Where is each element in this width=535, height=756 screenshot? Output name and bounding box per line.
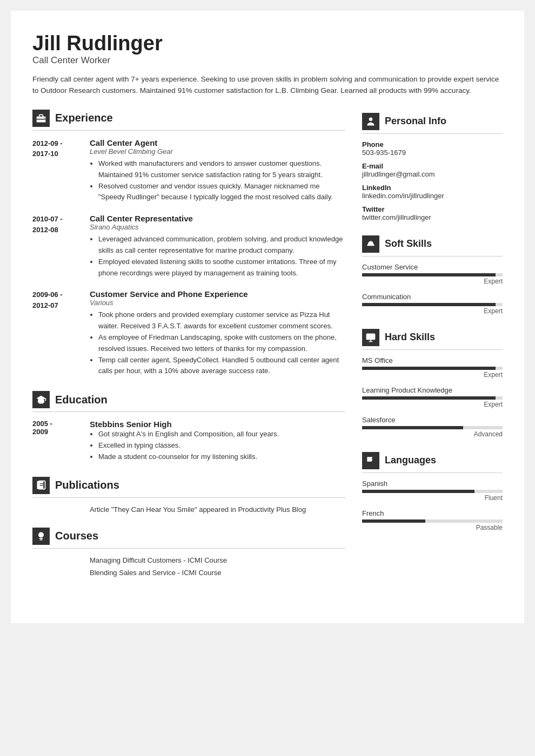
exp-job-title: Customer Service and Phone Experience xyxy=(90,289,346,299)
hard-skills-section: Hard Skills MS Office Expert Learning Pr… xyxy=(362,329,503,438)
book-icon xyxy=(36,480,46,491)
exp-dates: 2010-07 -2012-08 xyxy=(32,214,81,279)
list-item: Took phone orders and provided exemplary… xyxy=(98,309,346,332)
experience-title: Experience xyxy=(55,112,113,124)
skill-name: Spanish xyxy=(362,480,503,488)
soft-skills-list: Customer Service Expert Communication Ex… xyxy=(362,263,503,315)
skill-name: Learning Product Knowledge xyxy=(362,386,503,394)
flag-icon xyxy=(365,455,376,466)
linkedin-value: linkedin.com/in/jillrudlinger xyxy=(362,192,503,200)
right-column: Personal Info Phone 503-935-1679 E-mail … xyxy=(362,110,503,591)
email-block: E-mail jillrudlinger@gmail.com xyxy=(362,162,503,178)
languages-section: Languages Spanish Fluent French Passable xyxy=(362,452,503,531)
skill-level: Expert xyxy=(362,401,503,408)
exp-content: Customer Service and Phone Experience Va… xyxy=(90,289,346,377)
soft-skills-icon xyxy=(362,235,379,253)
exp-bullets: Took phone orders and provided exemplary… xyxy=(90,309,346,377)
publications-header: Publications xyxy=(32,477,346,498)
exp-dates: 2009-06 -2012-07 xyxy=(32,289,81,377)
education-section: Education 2005 -2009 Stebbins Senior Hig… xyxy=(32,391,346,462)
courses-list: Managing Difficult Customers - ICMI Cour… xyxy=(32,556,346,577)
skill-bar-bg xyxy=(362,396,503,400)
email-value: jillrudlinger@gmail.com xyxy=(362,170,503,178)
courses-title: Courses xyxy=(55,530,98,542)
phone-block: Phone 503-935-1679 xyxy=(362,140,503,157)
svg-point-9 xyxy=(370,241,372,244)
list-item: Worked with manufacturers and vendors to… xyxy=(98,158,346,181)
skill-name: French xyxy=(362,509,503,517)
exp-company: Level Bevel Climbing Gear xyxy=(90,147,346,156)
publication-entry: Article "They Can Hear You Smile" appear… xyxy=(32,505,346,514)
course-spacer xyxy=(32,569,81,577)
exp-content: Call Center Agent Level Bevel Climbing G… xyxy=(90,138,346,203)
left-column: Experience 2012-09 -2017-10 Call Center … xyxy=(32,110,346,591)
soft-skills-header: Soft Skills xyxy=(362,235,503,256)
skill-level: Passable xyxy=(362,524,503,531)
course-text: Managing Difficult Customers - ICMI Cour… xyxy=(90,556,227,564)
exp-job-title: Call Center Agent xyxy=(90,138,346,147)
exp-company: Sirano Aquatics xyxy=(90,223,346,231)
skill-item: Communication Expert xyxy=(362,293,503,315)
header-summary: Friendly call center agent with 7+ years… xyxy=(32,73,503,97)
soft-skills-section: Soft Skills Customer Service Expert Comm… xyxy=(362,235,503,315)
hands-icon xyxy=(365,239,376,249)
experience-list: 2012-09 -2017-10 Call Center Agent Level… xyxy=(32,138,346,377)
experience-header: Experience xyxy=(32,110,346,131)
personal-title: Personal Info xyxy=(385,116,446,127)
courses-section: Courses Managing Difficult Customers - I… xyxy=(32,528,346,577)
languages-header: Languages xyxy=(362,452,503,473)
skill-bar-fill xyxy=(362,367,496,370)
hard-skills-icon xyxy=(362,329,379,346)
skill-bar-fill xyxy=(362,519,425,523)
experience-icon xyxy=(32,110,50,127)
pub-text: Article "They Can Hear You Smile" appear… xyxy=(90,505,306,514)
email-label: E-mail xyxy=(362,162,503,170)
skill-item: Salesforce Advanced xyxy=(362,416,503,438)
skill-item: MS Office Expert xyxy=(362,356,503,379)
skill-bar-fill xyxy=(362,396,496,400)
course-spacer xyxy=(32,556,81,564)
list-item: Made a student co-counselor for my liste… xyxy=(98,451,346,463)
svg-point-7 xyxy=(38,532,44,537)
skill-name: Communication xyxy=(362,293,503,301)
experience-entry: 2010-07 -2012-08 Call Center Representat… xyxy=(32,214,346,279)
publications-title: Publications xyxy=(55,479,119,491)
twitter-label: Twitter xyxy=(362,205,503,213)
briefcase-icon xyxy=(36,113,46,124)
phone-label: Phone xyxy=(362,140,503,148)
list-item: As employee of Friedman Landscaping, spo… xyxy=(98,332,346,355)
list-item: Resolved customer and vendor issues quic… xyxy=(98,181,346,204)
course-entry: Managing Difficult Customers - ICMI Cour… xyxy=(32,556,346,564)
skill-bar-fill xyxy=(362,490,474,493)
skill-level: Expert xyxy=(362,278,503,285)
exp-bullets: Leveraged advanced communication, proble… xyxy=(90,234,346,279)
skill-item: French Passable xyxy=(362,509,503,531)
experience-section: Experience 2012-09 -2017-10 Call Center … xyxy=(32,110,346,377)
exp-content: Call Center Representative Sirano Aquati… xyxy=(90,214,346,279)
resume-container: Jill Rudlinger Call Center Worker Friend… xyxy=(11,11,524,623)
twitter-block: Twitter twitter.com/jillrudlinger xyxy=(362,205,503,221)
lightbulb-icon xyxy=(36,531,46,542)
header-title: Call Center Worker xyxy=(32,55,503,66)
skill-name: MS Office xyxy=(362,356,503,364)
linkedin-block: LinkedIn linkedin.com/in/jillrudlinger xyxy=(362,184,503,200)
skill-bar-bg xyxy=(362,519,503,523)
hard-skills-list: MS Office Expert Learning Product Knowle… xyxy=(362,356,503,438)
publications-list: Article "They Can Hear You Smile" appear… xyxy=(32,505,346,514)
header-name: Jill Rudlinger xyxy=(32,32,503,55)
edu-content: Stebbins Senior High Got straight A's in… xyxy=(90,420,346,462)
skill-bar-bg xyxy=(362,367,503,370)
languages-icon xyxy=(362,452,379,469)
skill-level: Advanced xyxy=(362,430,503,438)
languages-title: Languages xyxy=(385,455,436,466)
svg-point-8 xyxy=(369,117,373,121)
hard-skills-title: Hard Skills xyxy=(385,332,435,343)
skill-item: Customer Service Expert xyxy=(362,263,503,285)
list-item: Got straight A's in English and Composit… xyxy=(98,429,346,440)
skill-bar-fill xyxy=(362,303,496,306)
phone-value: 503-935-1679 xyxy=(362,148,503,157)
skill-bar-bg xyxy=(362,273,503,276)
experience-entry: 2012-09 -2017-10 Call Center Agent Level… xyxy=(32,138,346,203)
skill-name: Customer Service xyxy=(362,263,503,271)
svg-rect-10 xyxy=(366,333,376,340)
